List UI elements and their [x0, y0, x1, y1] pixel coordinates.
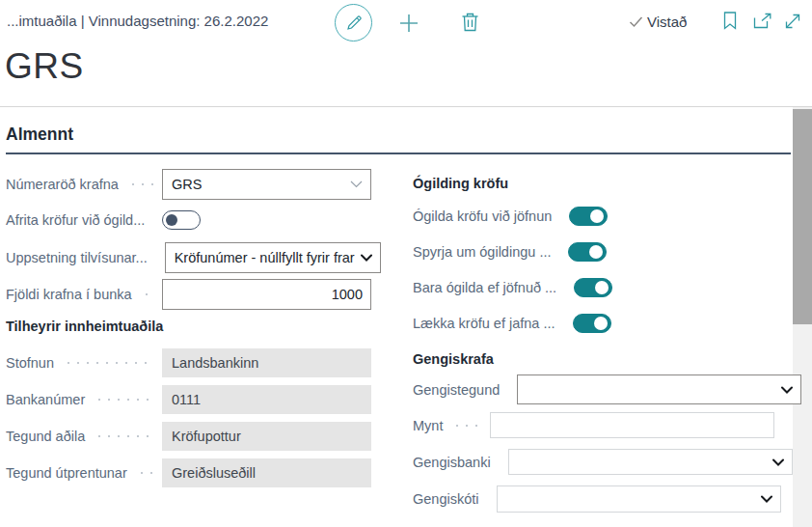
breadcrumb[interactable]: ...imtuaðila | Vinnudagsetning: 26.2.202…: [7, 13, 268, 29]
toggle-knob: [595, 281, 609, 294]
bookmark-icon: [723, 12, 737, 30]
field-label: Spyrja um ógildingu ...: [413, 244, 551, 260]
field-label: Gengiskóti: [413, 491, 479, 507]
bookmark-button[interactable]: [723, 12, 737, 30]
field-label: Númeraröð krafna: [6, 177, 119, 192]
chevron-down-icon: [781, 386, 793, 394]
field-row: Bankanúmer 0111: [6, 385, 371, 414]
afrita-krofur-toggle[interactable]: [162, 210, 201, 230]
dotted-leader: [137, 466, 154, 480]
ogilda-krofu-toggle[interactable]: [569, 207, 608, 226]
field-row: Fjöldi krafna í bunka: [6, 279, 371, 310]
edit-button[interactable]: [335, 4, 372, 42]
dotted-leader: [64, 356, 154, 370]
bankanumer-readonly-field: 0111: [162, 385, 371, 414]
gengistegund-select[interactable]: [517, 374, 801, 404]
toggle-knob: [594, 317, 608, 330]
dotted-leader: [452, 419, 482, 432]
open-in-new-window-icon: [753, 13, 772, 29]
chevron-down-icon: [761, 495, 772, 503]
field-row: Mynt: [413, 412, 774, 438]
group-title-gengiskrafa: Gengiskrafa: [413, 351, 494, 367]
field-row: Spyrja um ógildingu ...: [413, 239, 774, 264]
field-label: Gengistegund: [413, 382, 500, 398]
field-label: Ógilda kröfu við jöfnun: [413, 208, 552, 224]
subsection-title-tilheyrir: Tilheyrir innheimtuaðila: [6, 319, 163, 334]
field-row: Gengistegund: [413, 374, 774, 404]
save-status: Vistað: [629, 14, 687, 30]
field-label: Gengisbanki: [413, 455, 491, 470]
fjoldi-krafna-input[interactable]: [162, 279, 371, 310]
field-label: Tegund aðila: [6, 429, 85, 444]
field-row: Lækka kröfu ef jafna ...: [413, 311, 774, 336]
field-row: Stofnun Landsbankinn: [6, 348, 371, 377]
field-label: Tegund útprentunar: [6, 465, 127, 481]
dotted-leader: [128, 178, 154, 191]
group-title-ogilding-krofu: Ógilding kröfu: [413, 176, 508, 191]
stofnun-readonly-field: Landsbankinn: [162, 348, 371, 377]
field-row: Tegund aðila Kröfupottur: [6, 422, 371, 451]
field-label: Afrita kröfur við ógild...: [6, 212, 145, 228]
dotted-leader: [95, 393, 154, 406]
open-in-new-window-button[interactable]: [753, 13, 772, 29]
page-title: GRS: [5, 46, 84, 87]
expand-button[interactable]: [783, 12, 802, 31]
expand-arrows-icon: [783, 12, 802, 31]
field-row: Gengiskóti: [413, 485, 774, 513]
field-row: Númeraröð krafna GRS: [6, 169, 371, 200]
mynt-input[interactable]: [490, 412, 774, 438]
tegund-adila-readonly-field: Kröfupottur: [162, 422, 371, 451]
field-label: Fjöldi krafna í bunka: [6, 287, 132, 302]
field-row: Bara ógilda ef jöfnuð ...: [413, 275, 774, 300]
save-status-label: Vistað: [647, 14, 687, 30]
chevron-down-icon: [772, 458, 784, 466]
field-label: Lækka kröfu ef jafna ...: [413, 316, 555, 331]
spyrja-um-ogildingu-toggle[interactable]: [568, 242, 607, 262]
chevron-down-icon: [350, 180, 363, 188]
dotted-leader: [95, 430, 154, 443]
bara-ogilda-toggle[interactable]: [574, 278, 612, 297]
field-row: Tegund útprentunar Greiðsluseðill: [6, 458, 371, 487]
check-icon: [629, 15, 643, 28]
field-label: Mynt: [413, 418, 443, 433]
dotted-leader: [142, 288, 154, 301]
field-label: Bara ógilda ef jöfnuð ...: [413, 280, 556, 295]
gengiskoti-select[interactable]: [497, 485, 781, 513]
field-row: Afrita kröfur við ógild...: [6, 208, 371, 233]
delete-button[interactable]: [461, 12, 479, 33]
tegund-utprentunar-readonly-field: Greiðsluseðill: [162, 458, 371, 487]
laekka-krofu-toggle[interactable]: [573, 314, 611, 333]
numeraroð-krafna-combobox[interactable]: GRS: [162, 169, 371, 200]
field-row: Ógilda kröfu við jöfnun: [413, 204, 774, 229]
field-label: Uppsetning tilvísunar...: [6, 250, 148, 265]
toggle-knob: [590, 209, 604, 223]
gengisbanki-select[interactable]: [508, 449, 793, 475]
field-row: Gengisbanki: [413, 449, 774, 475]
toggle-knob: [166, 214, 177, 226]
trash-icon: [461, 12, 479, 33]
header-divider: [0, 106, 812, 107]
field-label: Bankanúmer: [6, 392, 85, 407]
chevron-down-icon: [361, 254, 372, 262]
section-title-almennt: Almennt: [6, 125, 791, 154]
field-label: Stofnun: [6, 355, 54, 371]
toggle-knob: [589, 245, 603, 259]
plus-icon: [398, 13, 420, 34]
combobox-value: GRS: [172, 177, 202, 192]
uppsetning-tilvisunar-select[interactable]: Kröfunúmer - núllfyllt fyrir frar: [165, 242, 381, 273]
field-row: Uppsetning tilvísunar... Kröfunúmer - nú…: [6, 242, 371, 273]
select-value: Kröfunúmer - núllfyllt fyrir frar: [175, 250, 355, 265]
add-button[interactable]: [398, 13, 420, 34]
pencil-icon: [344, 14, 364, 33]
